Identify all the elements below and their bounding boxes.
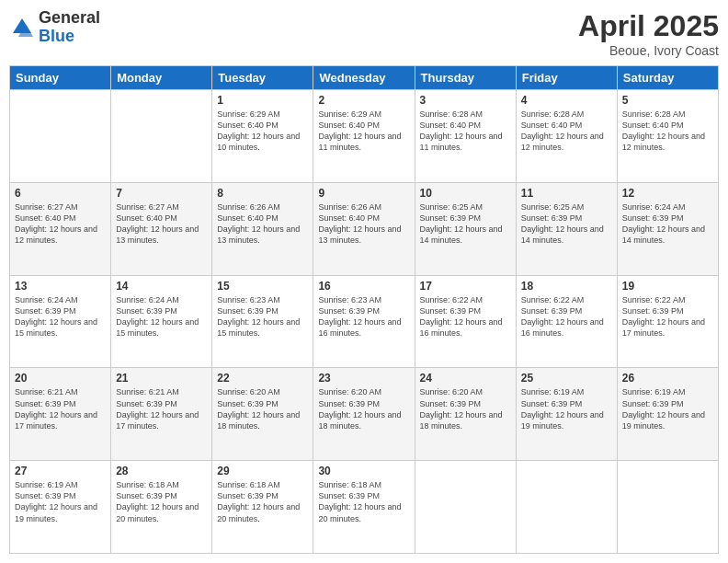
title-block: April 2025 Beoue, Ivory Coast [578,9,719,58]
day-info: Sunrise: 6:26 AM Sunset: 6:40 PM Dayligh… [217,201,308,247]
day-info: Sunrise: 6:29 AM Sunset: 6:40 PM Dayligh… [318,109,409,154]
day-number: 17 [420,280,511,293]
day-cell: 25Sunrise: 6:19 AM Sunset: 6:39 PM Dayli… [516,368,617,461]
day-number: 14 [116,280,207,293]
day-cell: 30Sunrise: 6:18 AM Sunset: 6:39 PM Dayli… [313,461,415,554]
header-tuesday: Tuesday [212,66,313,90]
day-cell: 2Sunrise: 6:29 AM Sunset: 6:40 PM Daylig… [313,90,415,183]
day-number: 4 [521,94,612,107]
day-cell: 5Sunrise: 6:28 AM Sunset: 6:40 PM Daylig… [617,90,718,183]
day-cell: 17Sunrise: 6:22 AM Sunset: 6:39 PM Dayli… [415,275,516,368]
header-monday: Monday [111,66,212,90]
logo-icon [9,15,35,40]
day-info: Sunrise: 6:21 AM Sunset: 6:39 PM Dayligh… [15,386,106,431]
day-cell: 27Sunrise: 6:19 AM Sunset: 6:39 PM Dayli… [10,461,111,554]
day-cell: 3Sunrise: 6:28 AM Sunset: 6:40 PM Daylig… [415,90,516,183]
week-row-0: 1Sunrise: 6:29 AM Sunset: 6:40 PM Daylig… [10,90,719,183]
day-number: 12 [622,187,713,200]
week-row-2: 13Sunrise: 6:24 AM Sunset: 6:39 PM Dayli… [10,275,719,368]
day-info: Sunrise: 6:25 AM Sunset: 6:39 PM Dayligh… [420,201,511,247]
day-info: Sunrise: 6:27 AM Sunset: 6:40 PM Dayligh… [116,201,207,247]
header-friday: Friday [516,66,617,90]
day-info: Sunrise: 6:18 AM Sunset: 6:39 PM Dayligh… [318,479,409,524]
day-number: 5 [622,94,713,107]
day-cell: 9Sunrise: 6:26 AM Sunset: 6:40 PM Daylig… [313,182,415,275]
day-number: 20 [15,372,106,385]
day-number: 11 [521,187,612,200]
day-cell [10,90,111,183]
day-number: 1 [217,94,308,107]
calendar-body: 1Sunrise: 6:29 AM Sunset: 6:40 PM Daylig… [10,90,719,554]
day-info: Sunrise: 6:21 AM Sunset: 6:39 PM Dayligh… [116,386,207,431]
day-info: Sunrise: 6:18 AM Sunset: 6:39 PM Dayligh… [217,479,308,524]
day-number: 26 [622,372,713,385]
day-number: 10 [420,187,511,200]
day-number: 27 [15,465,106,477]
day-info: Sunrise: 6:18 AM Sunset: 6:39 PM Dayligh… [116,479,207,524]
day-cell: 22Sunrise: 6:20 AM Sunset: 6:39 PM Dayli… [212,368,313,461]
day-number: 16 [318,280,409,293]
day-number: 18 [521,280,612,293]
page: General Blue April 2025 Beoue, Ivory Coa… [0,0,728,563]
week-row-1: 6Sunrise: 6:27 AM Sunset: 6:40 PM Daylig… [10,182,719,275]
week-row-4: 27Sunrise: 6:19 AM Sunset: 6:39 PM Dayli… [10,461,719,554]
day-cell: 21Sunrise: 6:21 AM Sunset: 6:39 PM Dayli… [111,368,212,461]
day-info: Sunrise: 6:25 AM Sunset: 6:39 PM Dayligh… [521,201,612,247]
day-info: Sunrise: 6:28 AM Sunset: 6:40 PM Dayligh… [521,109,612,154]
day-info: Sunrise: 6:20 AM Sunset: 6:39 PM Dayligh… [217,386,308,431]
day-info: Sunrise: 6:19 AM Sunset: 6:39 PM Dayligh… [622,386,713,431]
day-cell: 28Sunrise: 6:18 AM Sunset: 6:39 PM Dayli… [111,461,212,554]
day-number: 21 [116,372,207,385]
logo-general: General [39,9,100,28]
day-info: Sunrise: 6:24 AM Sunset: 6:39 PM Dayligh… [15,294,106,339]
day-cell [516,461,617,554]
day-cell: 1Sunrise: 6:29 AM Sunset: 6:40 PM Daylig… [212,90,313,183]
day-cell [415,461,516,554]
day-number: 23 [318,372,409,385]
day-number: 19 [622,280,713,293]
day-info: Sunrise: 6:20 AM Sunset: 6:39 PM Dayligh… [318,386,409,431]
day-cell: 15Sunrise: 6:23 AM Sunset: 6:39 PM Dayli… [212,275,313,368]
day-number: 22 [217,372,308,385]
day-cell: 19Sunrise: 6:22 AM Sunset: 6:39 PM Dayli… [617,275,718,368]
day-cell: 23Sunrise: 6:20 AM Sunset: 6:39 PM Dayli… [313,368,415,461]
day-info: Sunrise: 6:23 AM Sunset: 6:39 PM Dayligh… [318,294,409,339]
day-cell: 10Sunrise: 6:25 AM Sunset: 6:39 PM Dayli… [415,182,516,275]
day-cell: 24Sunrise: 6:20 AM Sunset: 6:39 PM Dayli… [415,368,516,461]
day-number: 15 [217,280,308,293]
day-cell [111,90,212,183]
day-info: Sunrise: 6:20 AM Sunset: 6:39 PM Dayligh… [420,386,511,431]
logo: General Blue [9,9,100,46]
day-number: 8 [217,187,308,200]
day-info: Sunrise: 6:19 AM Sunset: 6:39 PM Dayligh… [15,479,106,524]
day-cell: 8Sunrise: 6:26 AM Sunset: 6:40 PM Daylig… [212,182,313,275]
header-thursday: Thursday [415,66,516,90]
day-cell: 12Sunrise: 6:24 AM Sunset: 6:39 PM Dayli… [617,182,718,275]
header-row: Sunday Monday Tuesday Wednesday Thursday… [10,66,719,90]
day-number: 30 [318,465,409,477]
day-info: Sunrise: 6:22 AM Sunset: 6:39 PM Dayligh… [420,294,511,339]
day-number: 9 [318,187,409,200]
day-info: Sunrise: 6:28 AM Sunset: 6:40 PM Dayligh… [420,109,511,154]
day-cell: 7Sunrise: 6:27 AM Sunset: 6:40 PM Daylig… [111,182,212,275]
day-info: Sunrise: 6:23 AM Sunset: 6:39 PM Dayligh… [217,294,308,339]
day-cell: 18Sunrise: 6:22 AM Sunset: 6:39 PM Dayli… [516,275,617,368]
calendar-table: Sunday Monday Tuesday Wednesday Thursday… [9,65,719,554]
day-number: 6 [15,187,106,200]
logo-text: General Blue [39,9,100,46]
day-cell: 4Sunrise: 6:28 AM Sunset: 6:40 PM Daylig… [516,90,617,183]
day-cell: 6Sunrise: 6:27 AM Sunset: 6:40 PM Daylig… [10,182,111,275]
day-number: 2 [318,94,409,107]
logo-blue: Blue [39,28,100,46]
day-number: 7 [116,187,207,200]
day-info: Sunrise: 6:24 AM Sunset: 6:39 PM Dayligh… [116,294,207,339]
day-cell: 26Sunrise: 6:19 AM Sunset: 6:39 PM Dayli… [617,368,718,461]
day-number: 3 [420,94,511,107]
day-info: Sunrise: 6:22 AM Sunset: 6:39 PM Dayligh… [622,294,713,339]
day-cell: 29Sunrise: 6:18 AM Sunset: 6:39 PM Dayli… [212,461,313,554]
day-cell: 14Sunrise: 6:24 AM Sunset: 6:39 PM Dayli… [111,275,212,368]
header: General Blue April 2025 Beoue, Ivory Coa… [9,9,719,58]
day-cell: 16Sunrise: 6:23 AM Sunset: 6:39 PM Dayli… [313,275,415,368]
day-number: 13 [15,280,106,293]
day-info: Sunrise: 6:29 AM Sunset: 6:40 PM Dayligh… [217,109,308,154]
